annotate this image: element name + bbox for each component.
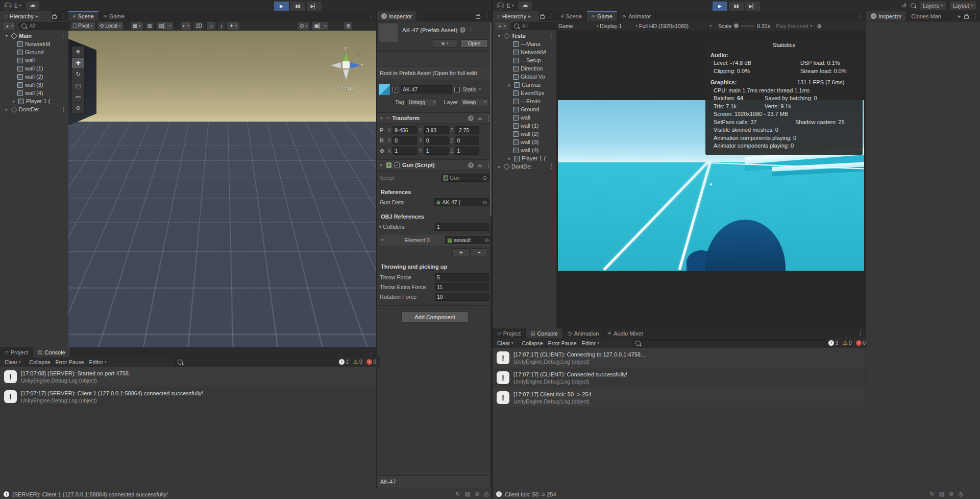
log-entry[interactable]: ! [17:07:17] (CLIENT): Connected success… xyxy=(493,368,866,388)
expand-icon[interactable]: ▾ xyxy=(497,34,502,38)
scale-z-field[interactable] xyxy=(455,147,479,155)
2d-toggle-button[interactable]: 2D xyxy=(193,21,205,30)
hierarchy-item[interactable]: wall (1) xyxy=(493,122,556,130)
prefab-menu-icon[interactable]: ⋮ xyxy=(468,27,474,33)
background-tasks-icon[interactable]: ◎ xyxy=(958,491,963,497)
scale-slider[interactable]: Scale 0.31x xyxy=(718,23,770,29)
scene-row-dontdestroy[interactable]: ▸ DontDe: ⋮ xyxy=(0,105,68,113)
x-axis-cone[interactable] xyxy=(331,62,341,68)
play-button[interactable]: ▶ xyxy=(274,1,289,11)
lock-icon[interactable] xyxy=(52,15,57,19)
local-global-button[interactable]: ⟲ Local▾ xyxy=(97,21,124,30)
lock-icon[interactable] xyxy=(964,15,969,19)
console-search-input[interactable] xyxy=(643,340,822,346)
layers-status-icon[interactable]: ▤ xyxy=(939,491,944,497)
component-enabled-checkbox[interactable]: ✓ xyxy=(394,162,400,168)
hierarchy-item[interactable]: Ground xyxy=(493,105,556,113)
presets-icon[interactable]: ⚌ xyxy=(477,162,482,169)
scale-x-field[interactable] xyxy=(393,147,417,155)
collab-disabled-icon[interactable]: ⊘ xyxy=(949,491,953,497)
lock-icon[interactable] xyxy=(476,15,480,19)
collab-disabled-icon[interactable]: ⊘ xyxy=(475,491,479,497)
panel-menu-icon[interactable]: ⋮ xyxy=(972,13,978,19)
hierarchy-item[interactable]: wall xyxy=(493,113,556,122)
tab-scene[interactable]: #Scene xyxy=(556,11,587,21)
resolution-dropdown[interactable]: Full HD (1920x1080)▾ xyxy=(639,23,712,29)
scene-row-dontdestroy[interactable]: ▸ DontDe: ⋮ xyxy=(493,162,556,171)
audio-toggle-button[interactable]: ♪ xyxy=(217,21,225,30)
layout-dropdown[interactable]: Layout▾ xyxy=(950,2,976,10)
account-menu-button[interactable]: E▾ xyxy=(12,2,23,10)
tab-audio-mixer[interactable]: ≡Audio Mixer xyxy=(604,328,648,338)
expand-icon[interactable]: ▸ xyxy=(507,83,512,87)
throw-force-field[interactable] xyxy=(435,273,489,281)
log-entry[interactable]: ! [17:07:08] (SERVER): Started on port 4… xyxy=(0,367,376,387)
object-picker-icon[interactable]: ⊙ xyxy=(483,200,487,205)
tab-console[interactable]: ▤Console xyxy=(526,328,563,338)
display-dropdown[interactable]: Display 1▾ xyxy=(600,23,638,29)
tab-scene[interactable]: #Scene xyxy=(68,11,99,21)
position-y-field[interactable] xyxy=(424,126,449,134)
camera-settings-button[interactable]: ▣▏▾ xyxy=(311,21,329,30)
rotation-z-field[interactable] xyxy=(455,136,479,145)
hierarchy-item[interactable]: wall (2) xyxy=(493,130,556,138)
view-tool-button[interactable]: ❖ xyxy=(72,46,84,58)
tab-hierarchy[interactable]: ≡ Hierarchy ▸ xyxy=(0,11,52,21)
game-mode-dropdown[interactable]: Game▾ xyxy=(558,23,598,29)
info-count-badge[interactable]: !2 xyxy=(336,358,351,366)
layers-dropdown[interactable]: Layers▾ xyxy=(920,2,946,10)
scene-row-tests[interactable]: ▾ Tests ⋮ xyxy=(493,32,556,40)
scale-slider-track[interactable] xyxy=(741,26,754,27)
play-button[interactable]: ▶ xyxy=(712,1,728,11)
undo-history-icon[interactable]: ↺ xyxy=(902,3,906,9)
position-z-field[interactable] xyxy=(455,126,479,134)
pivot-button[interactable]: ⛶ Pivot▾ xyxy=(70,21,95,30)
log-entry[interactable]: ! [17:07:17] Client tick: 50 -> 254Unity… xyxy=(493,388,866,408)
create-object-button[interactable]: ＋▾ xyxy=(2,21,16,30)
scene-visibility-button[interactable]: ∅▾ xyxy=(297,21,310,30)
throw-extra-field[interactable] xyxy=(435,283,489,291)
hierarchy-item[interactable]: ---Setup xyxy=(493,56,556,64)
error-pause-button[interactable]: Error Pause xyxy=(53,359,86,365)
status-message[interactable]: Client tick: 50 -> 254 xyxy=(505,491,556,497)
clear-button[interactable]: Clear▾ xyxy=(495,340,516,346)
gun-data-field[interactable]: ⚙AK-47 (⊙ xyxy=(434,198,489,206)
auto-refresh-icon[interactable]: ↻ xyxy=(456,491,460,497)
element0-row[interactable]: = Element 0 ▦assault⊙ xyxy=(379,234,492,246)
rotate-tool-button[interactable]: ↻ xyxy=(72,69,84,80)
grid-snap-button[interactable]: ▦▾ xyxy=(130,21,143,30)
foldout-icon[interactable]: ▾ xyxy=(379,163,384,168)
pause-button[interactable]: ▮▮ xyxy=(290,1,306,11)
hierarchy-item[interactable]: wall (3) xyxy=(0,81,68,89)
panel-menu-icon[interactable]: ⋮ xyxy=(548,13,554,19)
hierarchy-item[interactable]: NetworkM xyxy=(0,40,68,48)
clear-button[interactable]: Clear▾ xyxy=(2,359,23,365)
tab-inspector[interactable]: i Inspector xyxy=(866,11,906,21)
tab-animation[interactable]: ◷Animation xyxy=(563,328,604,338)
presets-icon[interactable]: ⚌ xyxy=(477,115,482,122)
tab-overflow-icon[interactable]: ▸ xyxy=(958,13,961,19)
expand-icon[interactable]: ▾ xyxy=(4,34,9,38)
layers-status-icon[interactable]: ▤ xyxy=(465,491,470,497)
panel-menu-icon[interactable]: ⋮ xyxy=(484,13,489,19)
collapse-button[interactable]: Collapse xyxy=(520,340,546,346)
transform-header[interactable]: ▾ ⌖ Transform ?⚌⋮ xyxy=(377,112,492,124)
hierarchy-item[interactable]: Global Vo xyxy=(493,73,556,81)
panel-menu-icon[interactable]: ⋮ xyxy=(368,349,374,355)
gizmo-settings-button[interactable]: ⊕ xyxy=(344,21,353,30)
hierarchy-item[interactable]: Direction xyxy=(493,64,556,73)
hierarchy-item[interactable]: NetworkM xyxy=(493,48,556,56)
projection-label[interactable]: ‹ Persp xyxy=(335,85,353,91)
static-dropdown-icon[interactable]: ▾ xyxy=(479,87,481,91)
scene-menu-icon[interactable]: ⋮ xyxy=(61,33,68,39)
gizmos-debug-icon[interactable]: ⚙ xyxy=(817,23,821,29)
hierarchy-item[interactable]: wall (2) xyxy=(0,73,68,81)
colliders-size-field[interactable] xyxy=(435,223,489,231)
warning-count-badge[interactable]: ⚠0 xyxy=(351,358,364,366)
scene-viewport[interactable]: y x z ‹ Persp ❖ ✚ ↻ ◰ ▭ ⊕ xyxy=(68,31,376,347)
hierarchy-item[interactable]: wall (4) xyxy=(493,146,556,154)
account-menu-button[interactable]: E▾ xyxy=(504,2,516,10)
game-viewport[interactable]: Statistics Audio: Level: -74.8 dBDSP loa… xyxy=(556,31,866,328)
rotation-force-field[interactable] xyxy=(435,293,489,301)
hierarchy-item[interactable]: EventSys xyxy=(493,89,556,97)
